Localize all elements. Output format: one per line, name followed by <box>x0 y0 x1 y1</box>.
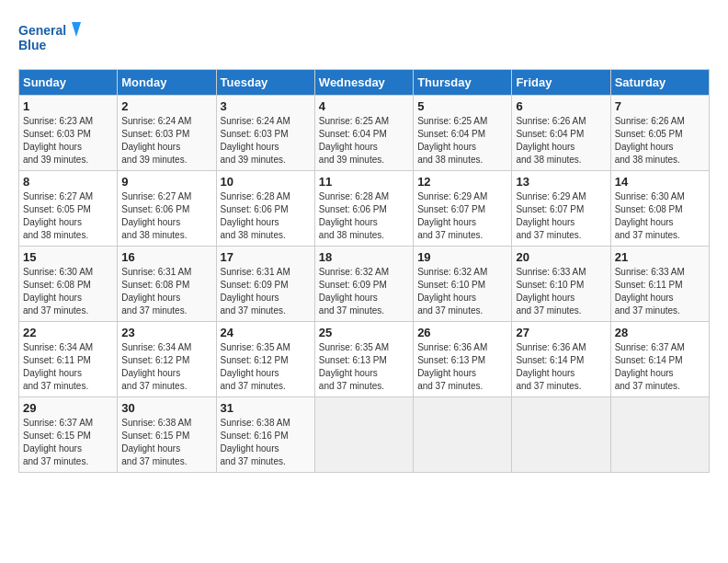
day-number: 11 <box>319 175 409 189</box>
day-detail: Sunrise: 6:24 AM Sunset: 6:03 PM Dayligh… <box>121 115 211 167</box>
day-number: 28 <box>615 326 705 339</box>
calendar-cell: 22 Sunrise: 6:34 AM Sunset: 6:11 PM Dayl… <box>19 322 118 397</box>
day-detail: Sunrise: 6:37 AM Sunset: 6:14 PM Dayligh… <box>615 341 705 393</box>
calendar-cell: 26 Sunrise: 6:36 AM Sunset: 6:13 PM Dayl… <box>414 322 512 397</box>
calendar-week-row: 22 Sunrise: 6:34 AM Sunset: 6:11 PM Dayl… <box>19 322 710 397</box>
day-number: 13 <box>516 175 606 189</box>
day-detail: Sunrise: 6:32 AM Sunset: 6:09 PM Dayligh… <box>319 266 409 317</box>
calendar-cell <box>610 397 709 473</box>
calendar-cell: 6 Sunrise: 6:26 AM Sunset: 6:04 PM Dayli… <box>512 96 610 171</box>
calendar-table: SundayMondayTuesdayWednesdayThursdayFrid… <box>18 69 710 473</box>
day-number: 5 <box>417 99 507 113</box>
calendar-cell: 3 Sunrise: 6:24 AM Sunset: 6:03 PM Dayli… <box>216 96 314 171</box>
day-number: 22 <box>23 326 113 339</box>
calendar-cell: 30 Sunrise: 6:38 AM Sunset: 6:15 PM Dayl… <box>118 397 216 473</box>
calendar-week-row: 8 Sunrise: 6:27 AM Sunset: 6:05 PM Dayli… <box>19 171 710 247</box>
calendar-week-row: 29 Sunrise: 6:37 AM Sunset: 6:15 PM Dayl… <box>19 397 710 473</box>
day-detail: Sunrise: 6:30 AM Sunset: 6:08 PM Dayligh… <box>615 190 705 242</box>
day-detail: Sunrise: 6:30 AM Sunset: 6:08 PM Dayligh… <box>23 266 113 317</box>
svg-text:Blue: Blue <box>18 38 47 52</box>
calendar-cell: 4 Sunrise: 6:25 AM Sunset: 6:04 PM Dayli… <box>314 96 413 171</box>
day-detail: Sunrise: 6:29 AM Sunset: 6:07 PM Dayligh… <box>417 190 507 242</box>
weekday-header: Sunday <box>19 70 118 96</box>
svg-text:General: General <box>18 23 66 38</box>
calendar-cell: 29 Sunrise: 6:37 AM Sunset: 6:15 PM Dayl… <box>19 397 118 473</box>
calendar-body: 1 Sunrise: 6:23 AM Sunset: 6:03 PM Dayli… <box>19 96 710 473</box>
day-number: 14 <box>615 175 705 189</box>
calendar-cell: 5 Sunrise: 6:25 AM Sunset: 6:04 PM Dayli… <box>414 96 512 171</box>
day-number: 24 <box>221 326 311 339</box>
day-number: 27 <box>516 326 606 339</box>
day-number: 10 <box>221 175 311 189</box>
day-number: 20 <box>516 250 606 264</box>
day-detail: Sunrise: 6:33 AM Sunset: 6:10 PM Dayligh… <box>516 266 606 317</box>
calendar-cell <box>314 397 413 473</box>
weekday-header: Saturday <box>610 70 709 96</box>
calendar-cell <box>414 397 512 473</box>
logo: General Blue <box>18 18 83 60</box>
day-detail: Sunrise: 6:32 AM Sunset: 6:10 PM Dayligh… <box>417 266 507 317</box>
day-number: 12 <box>417 175 507 189</box>
day-detail: Sunrise: 6:38 AM Sunset: 6:15 PM Dayligh… <box>121 417 211 468</box>
calendar-cell: 31 Sunrise: 6:38 AM Sunset: 6:16 PM Dayl… <box>216 397 314 473</box>
day-detail: Sunrise: 6:27 AM Sunset: 6:05 PM Dayligh… <box>23 190 113 242</box>
day-detail: Sunrise: 6:34 AM Sunset: 6:12 PM Dayligh… <box>121 341 211 393</box>
day-number: 17 <box>221 250 311 264</box>
calendar-cell: 10 Sunrise: 6:28 AM Sunset: 6:06 PM Dayl… <box>216 171 314 247</box>
day-number: 25 <box>319 326 409 339</box>
day-number: 30 <box>121 401 211 415</box>
day-number: 8 <box>23 175 113 189</box>
calendar-cell: 25 Sunrise: 6:35 AM Sunset: 6:13 PM Dayl… <box>314 322 413 397</box>
day-detail: Sunrise: 6:24 AM Sunset: 6:03 PM Dayligh… <box>221 115 311 167</box>
day-detail: Sunrise: 6:36 AM Sunset: 6:13 PM Dayligh… <box>417 341 507 393</box>
calendar-cell: 9 Sunrise: 6:27 AM Sunset: 6:06 PM Dayli… <box>118 171 216 247</box>
calendar-cell: 19 Sunrise: 6:32 AM Sunset: 6:10 PM Dayl… <box>414 247 512 322</box>
weekday-header: Monday <box>118 70 216 96</box>
calendar-cell: 27 Sunrise: 6:36 AM Sunset: 6:14 PM Dayl… <box>512 322 610 397</box>
day-number: 9 <box>121 175 211 189</box>
calendar-cell: 14 Sunrise: 6:30 AM Sunset: 6:08 PM Dayl… <box>610 171 709 247</box>
calendar-cell: 2 Sunrise: 6:24 AM Sunset: 6:03 PM Dayli… <box>118 96 216 171</box>
day-detail: Sunrise: 6:35 AM Sunset: 6:12 PM Dayligh… <box>221 341 311 393</box>
weekday-header: Wednesday <box>314 70 413 96</box>
day-number: 3 <box>221 99 311 113</box>
calendar-cell: 1 Sunrise: 6:23 AM Sunset: 6:03 PM Dayli… <box>19 96 118 171</box>
day-detail: Sunrise: 6:23 AM Sunset: 6:03 PM Dayligh… <box>23 115 113 167</box>
day-detail: Sunrise: 6:36 AM Sunset: 6:14 PM Dayligh… <box>516 341 606 393</box>
day-detail: Sunrise: 6:28 AM Sunset: 6:06 PM Dayligh… <box>319 190 409 242</box>
day-detail: Sunrise: 6:34 AM Sunset: 6:11 PM Dayligh… <box>23 341 113 393</box>
day-number: 16 <box>121 250 211 264</box>
day-number: 7 <box>615 99 705 113</box>
calendar-cell: 15 Sunrise: 6:30 AM Sunset: 6:08 PM Dayl… <box>19 247 118 322</box>
weekday-header: Thursday <box>414 70 512 96</box>
day-number: 19 <box>417 250 507 264</box>
day-detail: Sunrise: 6:35 AM Sunset: 6:13 PM Dayligh… <box>319 341 409 393</box>
weekday-header: Friday <box>512 70 610 96</box>
calendar-cell: 11 Sunrise: 6:28 AM Sunset: 6:06 PM Dayl… <box>314 171 413 247</box>
calendar-cell: 23 Sunrise: 6:34 AM Sunset: 6:12 PM Dayl… <box>118 322 216 397</box>
calendar-cell: 7 Sunrise: 6:26 AM Sunset: 6:05 PM Dayli… <box>610 96 709 171</box>
calendar-header-row: SundayMondayTuesdayWednesdayThursdayFrid… <box>19 70 710 96</box>
day-detail: Sunrise: 6:25 AM Sunset: 6:04 PM Dayligh… <box>319 115 409 167</box>
day-number: 31 <box>221 401 311 415</box>
calendar-cell: 17 Sunrise: 6:31 AM Sunset: 6:09 PM Dayl… <box>216 247 314 322</box>
day-detail: Sunrise: 6:28 AM Sunset: 6:06 PM Dayligh… <box>221 190 311 242</box>
day-number: 1 <box>23 99 113 113</box>
day-detail: Sunrise: 6:26 AM Sunset: 6:04 PM Dayligh… <box>516 115 606 167</box>
day-number: 2 <box>121 99 211 113</box>
day-detail: Sunrise: 6:33 AM Sunset: 6:11 PM Dayligh… <box>615 266 705 317</box>
day-number: 4 <box>319 99 409 113</box>
calendar-cell: 18 Sunrise: 6:32 AM Sunset: 6:09 PM Dayl… <box>314 247 413 322</box>
day-detail: Sunrise: 6:37 AM Sunset: 6:15 PM Dayligh… <box>23 417 113 468</box>
day-detail: Sunrise: 6:26 AM Sunset: 6:05 PM Dayligh… <box>615 115 705 167</box>
day-number: 26 <box>417 326 507 339</box>
day-detail: Sunrise: 6:27 AM Sunset: 6:06 PM Dayligh… <box>121 190 211 242</box>
day-detail: Sunrise: 6:31 AM Sunset: 6:08 PM Dayligh… <box>121 266 211 317</box>
page-header: General Blue <box>18 18 710 60</box>
calendar-cell: 20 Sunrise: 6:33 AM Sunset: 6:10 PM Dayl… <box>512 247 610 322</box>
day-number: 29 <box>23 401 113 415</box>
day-number: 6 <box>516 99 606 113</box>
day-detail: Sunrise: 6:38 AM Sunset: 6:16 PM Dayligh… <box>221 417 311 468</box>
svg-marker-2 <box>72 22 81 37</box>
calendar-cell: 28 Sunrise: 6:37 AM Sunset: 6:14 PM Dayl… <box>610 322 709 397</box>
